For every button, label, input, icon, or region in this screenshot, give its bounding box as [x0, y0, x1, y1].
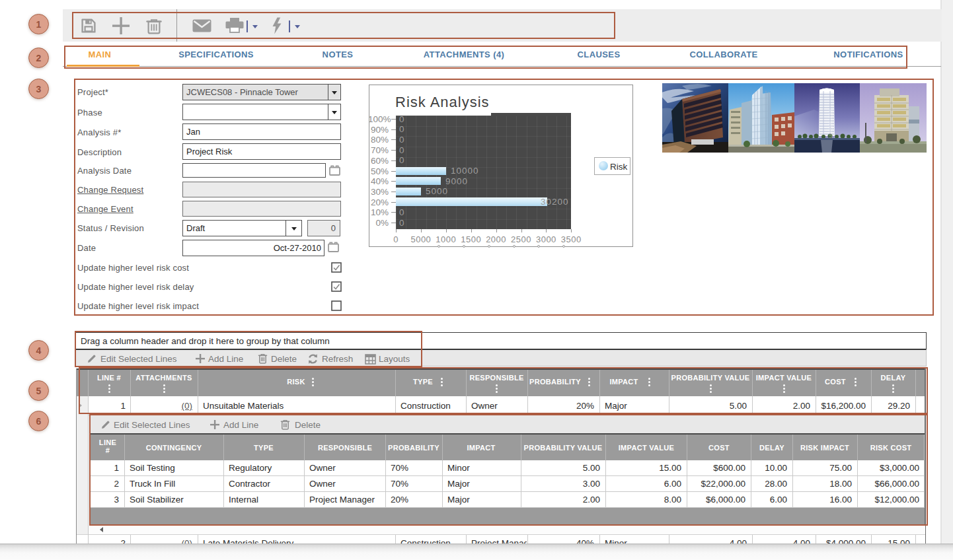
svg-text:HomeGain: HomeGain [827, 110, 834, 138]
